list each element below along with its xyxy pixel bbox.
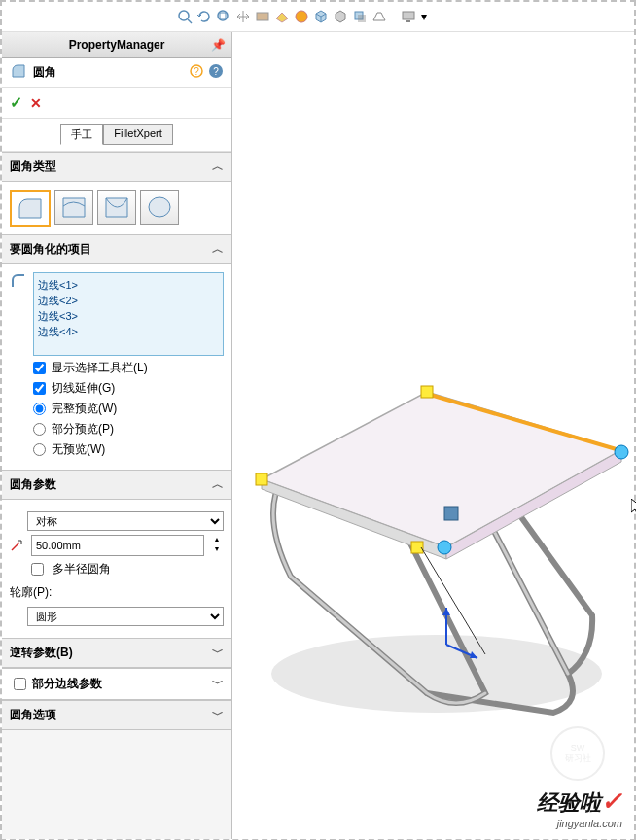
confirm-row: ✓ ✕ [2, 88, 231, 119]
graphics-viewport[interactable]: 半径: SW 研习社 经验啦✓ jingyanla.com [232, 32, 634, 839]
svg-point-20 [615, 445, 628, 459]
perspective-icon[interactable] [371, 9, 387, 24]
list-item[interactable]: 边线<3> [38, 308, 219, 324]
chevron-up-icon: ︿ [212, 476, 224, 493]
section-icon[interactable] [255, 9, 270, 24]
tangent-checkbox[interactable] [33, 382, 46, 395]
dropdown-icon[interactable]: ▾ [420, 9, 428, 24]
panel-title-bar: PropertyManager 📌 [2, 32, 231, 58]
mode-tabs: 手工 FilletXpert [2, 119, 231, 152]
rotate-icon[interactable] [196, 9, 212, 24]
svg-rect-3 [220, 13, 226, 18]
svg-point-21 [438, 541, 451, 554]
radius-icon [10, 537, 25, 555]
model-view [232, 32, 636, 840]
svg-point-5 [296, 11, 307, 22]
no-preview-radio[interactable] [33, 443, 46, 456]
chevron-down-icon: ﹀ [212, 676, 224, 692]
svg-text:?: ? [213, 66, 219, 77]
view-toolbar: ▾ [2, 2, 634, 32]
tab-manual[interactable]: 手工 [60, 124, 103, 145]
property-manager-panel: PropertyManager 📌 圆角 ? ? ✓ ✕ 手工 FilletXp… [2, 32, 232, 839]
edge-selection-list[interactable]: 边线<1> 边线<2> 边线<3> 边线<4> [33, 272, 224, 356]
type-constant-icon[interactable] [10, 190, 51, 227]
tab-filletxpert[interactable]: FilletXpert [103, 124, 173, 145]
chevron-down-icon: ﹀ [212, 707, 224, 723]
partial-preview-radio[interactable] [33, 423, 46, 436]
appearance-icon[interactable] [294, 9, 309, 24]
profile-select[interactable]: 圆形 [27, 607, 224, 626]
svg-rect-18 [421, 386, 433, 398]
svg-rect-7 [358, 15, 366, 22]
svg-rect-4 [257, 13, 268, 20]
fillet-type-buttons [10, 190, 224, 227]
section-reverse[interactable]: 逆转参数(B) ﹀ [2, 638, 231, 668]
section-items[interactable]: 要圆角化的项目 ︿ [2, 234, 231, 264]
help-bubble-icon[interactable]: ? [189, 63, 204, 82]
pin-icon[interactable]: 📌 [211, 38, 226, 52]
full-preview-radio[interactable] [33, 402, 46, 415]
screen-icon[interactable] [401, 9, 416, 24]
chevron-up-icon: ︿ [212, 158, 224, 175]
radius-input[interactable] [31, 535, 204, 556]
cancel-button[interactable]: ✕ [30, 95, 42, 111]
svg-rect-17 [256, 473, 267, 485]
profile-label: 轮廓(P): [10, 582, 224, 603]
show-toolbar-checkbox[interactable] [33, 362, 46, 374]
type-full-round-icon[interactable] [140, 190, 179, 225]
display-cube-icon[interactable] [313, 9, 329, 24]
feature-name: 圆角 [33, 64, 56, 81]
ok-button[interactable]: ✓ [10, 93, 22, 112]
feature-header: 圆角 ? ? [2, 58, 231, 88]
svg-point-0 [179, 11, 189, 20]
zoom-fit-icon[interactable] [216, 9, 231, 24]
svg-text:?: ? [194, 66, 199, 77]
section-fillet-type[interactable]: 圆角类型 ︿ [2, 152, 231, 182]
spin-down-button[interactable]: ▼ [210, 545, 224, 555]
fillet-feature-icon [10, 62, 27, 83]
symmetric-select[interactable]: 对称 [27, 511, 224, 531]
pan-icon[interactable] [235, 9, 251, 24]
type-variable-icon[interactable] [54, 190, 93, 225]
partial-edge-checkbox[interactable] [14, 678, 26, 690]
section-options[interactable]: 圆角选项 ﹀ [2, 700, 231, 730]
chevron-up-icon: ︿ [212, 241, 224, 258]
list-item[interactable]: 边线<4> [38, 324, 219, 339]
site-watermark: 经验啦✓ jingyanla.com [537, 787, 622, 829]
help-icon[interactable]: ? [208, 63, 224, 82]
multi-radius-checkbox[interactable] [31, 563, 44, 576]
plane-icon[interactable] [274, 9, 290, 24]
svg-line-1 [188, 19, 192, 23]
shadow-icon[interactable] [352, 9, 368, 24]
section-partial-edge[interactable]: 部分边线参数 ﹀ [2, 668, 231, 700]
svg-rect-8 [403, 12, 414, 19]
chevron-down-icon: ﹀ [212, 645, 224, 661]
render-cube-icon[interactable] [333, 9, 348, 24]
svg-rect-22 [444, 507, 458, 520]
panel-title: PropertyManager [69, 38, 165, 52]
edge-selection-icon [10, 272, 27, 356]
list-item[interactable]: 边线<2> [38, 293, 219, 308]
magnify-icon[interactable] [177, 9, 193, 24]
svg-point-14 [149, 197, 170, 217]
section-params[interactable]: 圆角参数 ︿ [2, 470, 231, 500]
separator [391, 9, 397, 24]
sw-watermark: SW 研习社 [550, 726, 605, 781]
list-item[interactable]: 边线<1> [38, 277, 219, 293]
type-face-icon[interactable] [97, 190, 136, 225]
spin-up-button[interactable]: ▲ [210, 536, 224, 545]
